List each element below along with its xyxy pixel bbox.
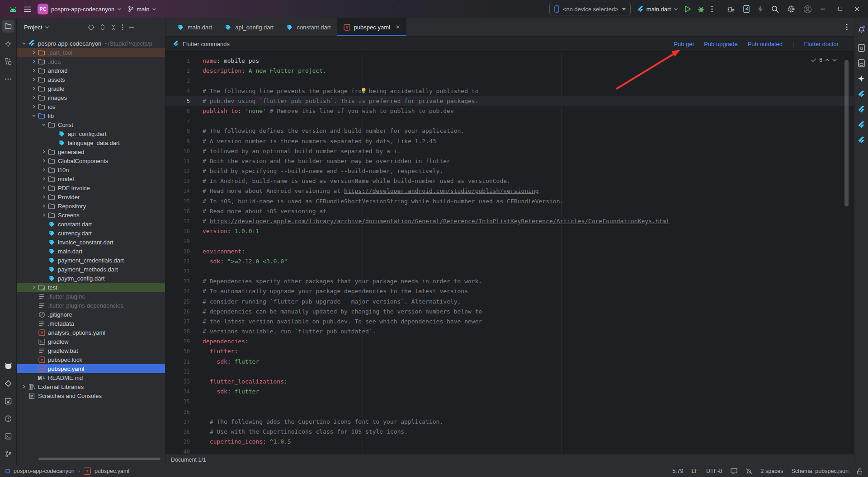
tree-item-screens[interactable]: Screens: [17, 210, 165, 220]
tree-chevron-icon[interactable]: [30, 59, 38, 64]
code-line-18[interactable]: 18version: 1.0.0+1: [165, 226, 854, 236]
tree-chevron-icon[interactable]: [30, 86, 38, 91]
code-line-15[interactable]: 15# In iOS, build-name is used as CFBund…: [165, 196, 854, 206]
tree-item-main-dart[interactable]: main.dart: [17, 247, 165, 256]
tree-horizontal-scrollbar[interactable]: [38, 458, 160, 460]
code-line-12[interactable]: 12# build by specifying --build-name and…: [165, 166, 854, 176]
code-line-16[interactable]: 16# Read more about iOS versioning at: [165, 206, 854, 216]
tree-item-gradlew-bat[interactable]: gradlew.bat: [17, 346, 165, 355]
code-line-21[interactable]: 21 sdk: ">=2.12.0 <3.0.0": [165, 257, 854, 267]
main-menu-icon[interactable]: [24, 6, 31, 12]
device-selector[interactable]: <no device selected>: [549, 3, 631, 15]
panel-options-icon[interactable]: [122, 24, 123, 31]
run-configuration-selector[interactable]: main.dart: [637, 6, 678, 13]
tree-item-gradlew[interactable]: gradlew: [17, 337, 165, 346]
flutter-property-editor-icon[interactable]: [855, 134, 868, 146]
flutter-action-pub-upgrade[interactable]: Pub upgrade: [704, 41, 737, 47]
tree-chevron-icon[interactable]: [30, 104, 38, 109]
tree-item-dart-tool[interactable]: .dart_tool: [17, 48, 165, 57]
next-problem-icon[interactable]: [832, 59, 837, 61]
chevron-down-icon[interactable]: [45, 26, 49, 29]
gemini-icon[interactable]: [855, 72, 868, 85]
tree-item-const[interactable]: Const: [17, 120, 165, 129]
code-line-13[interactable]: 13# In Android, build-name is used as ve…: [165, 176, 854, 186]
tree-item-pubspec-lock[interactable]: Ypubspec.lock: [17, 355, 165, 364]
tree-chevron-icon[interactable]: [30, 77, 38, 82]
window-close-button[interactable]: [854, 6, 860, 12]
tree-item-model[interactable]: model: [17, 174, 165, 183]
account-avatar-icon[interactable]: [803, 5, 812, 14]
select-opened-file-icon[interactable]: [88, 24, 94, 31]
tree-item-gradle[interactable]: gradle: [17, 84, 165, 93]
tree-item-api-config-dart[interactable]: api_config.dart: [17, 129, 165, 138]
tree-item-generated[interactable]: generated: [17, 147, 165, 156]
pull-requests-tool-icon[interactable]: [2, 55, 14, 68]
tree-item-android[interactable]: android: [17, 66, 165, 75]
device-mirror-icon[interactable]: [743, 5, 750, 13]
tree-item-currency-dart[interactable]: currency.dart: [17, 229, 165, 238]
tree-chevron-icon[interactable]: [30, 50, 38, 55]
tree-chevron-icon[interactable]: [40, 122, 47, 127]
running-devices-icon[interactable]: [855, 57, 868, 70]
problems-tool-icon[interactable]: [2, 412, 14, 425]
tree-item-scratches-and-consoles[interactable]: Scratches and Consoles: [17, 391, 165, 400]
tree-item-flutter-plugins-dependencies[interactable]: .flutter-plugins-dependencies: [17, 301, 165, 310]
flutter-outline-icon[interactable]: [855, 88, 868, 100]
collapse-all-icon[interactable]: [111, 24, 116, 31]
code-line-20[interactable]: 20environment:: [165, 247, 854, 257]
schema-widget[interactable]: Schema: pubspec.json: [792, 468, 849, 474]
breadcrumb-project[interactable]: pospro-app-codecanyon: [14, 468, 75, 474]
tree-chevron-icon[interactable]: [40, 168, 47, 172]
app-inspection-tool-icon[interactable]: [2, 395, 14, 407]
code-line-29[interactable]: 29dependencies:: [165, 337, 854, 346]
code-line-34[interactable]: 34 sdk: flutter: [165, 387, 854, 397]
line-ending-widget[interactable]: LF: [691, 468, 698, 474]
version-control-tool-icon[interactable]: [2, 448, 14, 460]
tree-item-metadata[interactable]: .metadata: [17, 319, 165, 328]
app-quality-insights-tool-icon[interactable]: [2, 377, 14, 390]
editor-tab-api-config-dart[interactable]: api_config.dart: [218, 18, 280, 36]
tree-item-pdf-invoice[interactable]: PDF Invoice: [17, 183, 165, 192]
tab-close-icon[interactable]: ✕: [396, 24, 400, 30]
code-line-39[interactable]: 39 cupertino_icons: ^1.0.5: [165, 437, 854, 447]
highlighting-level-icon[interactable]: [731, 468, 737, 474]
breadcrumb-file[interactable]: pubspec.yaml: [94, 468, 129, 474]
project-panel-title[interactable]: Project: [24, 24, 42, 31]
tree-item-globalcomponents[interactable]: GlobalComponents: [17, 156, 165, 165]
window-minimize-button[interactable]: [820, 6, 826, 12]
tree-item-invoice-constant-dart[interactable]: invoice_constant.dart: [17, 238, 165, 247]
code-line-6[interactable]: 6publish_to: 'none' # Remove this line i…: [165, 106, 854, 116]
vcs-branch-selector[interactable]: main: [128, 6, 156, 13]
tree-chevron-icon[interactable]: [40, 159, 47, 163]
code-line-38[interactable]: 38 # Use with the CupertinoIcons class f…: [165, 427, 854, 437]
flutter-inspector-icon[interactable]: [855, 103, 868, 116]
tree-chevron-icon[interactable]: [40, 150, 47, 154]
tree-item-ios[interactable]: ios: [17, 102, 165, 111]
tabs-options-icon[interactable]: [846, 18, 854, 36]
code-line-7[interactable]: 7: [165, 116, 854, 126]
code-line-4[interactable]: 4# The following line prevents the packa…: [165, 86, 854, 96]
tree-chevron-icon[interactable]: [30, 113, 38, 118]
code-line-37[interactable]: 37 # The following adds the Cupertino Ic…: [165, 417, 854, 427]
tree-item-idea[interactable]: *.idea: [17, 57, 165, 66]
code-line-11[interactable]: 11# Both the version and the builder num…: [165, 156, 854, 166]
window-maximize-button[interactable]: [837, 6, 843, 12]
tree-item-external-libraries[interactable]: External Libraries: [17, 382, 165, 391]
tree-chevron-icon[interactable]: [30, 95, 38, 100]
tree-chevron-icon[interactable]: [40, 177, 47, 181]
code-line-8[interactable]: 8# The following defines the version and…: [165, 126, 854, 136]
code-line-3[interactable]: 3: [165, 76, 854, 86]
inspections-widget[interactable]: 6: [811, 57, 837, 63]
tree-item-test[interactable]: test: [17, 283, 165, 292]
code-line-26[interactable]: 26# dependencies can be manually updated…: [165, 307, 854, 317]
tree-item-flutter-plugins[interactable]: .flutter-plugins: [17, 292, 165, 301]
more-tool-windows-icon[interactable]: [2, 73, 14, 85]
code-line-33[interactable]: 33 flutter_localizations:: [165, 377, 854, 387]
flutter-action-flutter-doctor[interactable]: Flutter doctor: [804, 41, 839, 47]
prev-problem-icon[interactable]: [825, 59, 830, 61]
settings-gear-icon[interactable]: [787, 5, 795, 13]
tree-item-assets[interactable]: assets: [17, 75, 165, 84]
unlocked-icon[interactable]: [857, 468, 863, 475]
tree-chevron-icon[interactable]: [40, 195, 47, 199]
code-line-27[interactable]: 27# the latest version available on pub.…: [165, 317, 854, 327]
